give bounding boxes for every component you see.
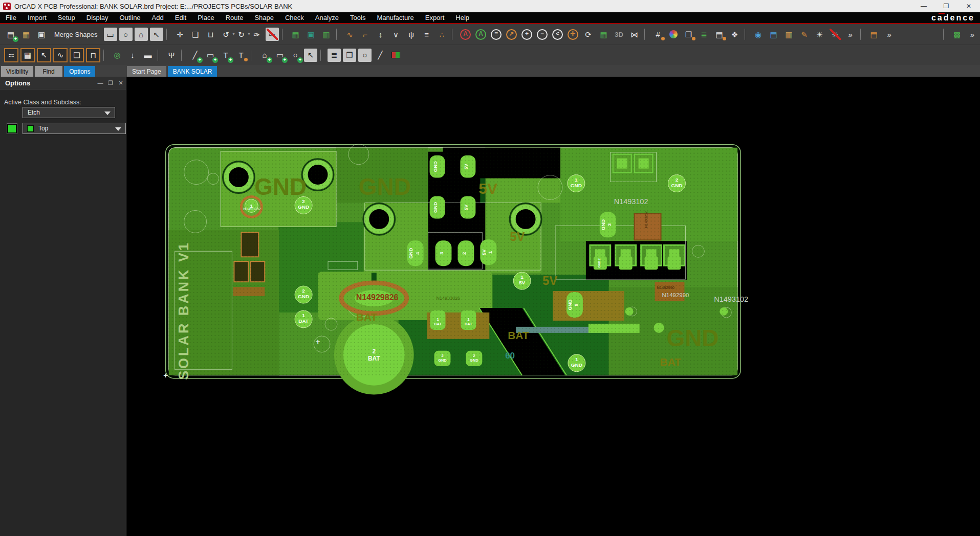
assign-color-red-icon[interactable]: A: [459, 28, 472, 41]
save-icon[interactable]: ▣: [35, 28, 48, 41]
add-rect-icon[interactable]: ▭+: [204, 49, 217, 62]
menu-item-check[interactable]: Check: [279, 12, 310, 23]
close-button[interactable]: ✕: [957, 0, 980, 12]
new-file-icon[interactable]: ▤+: [4, 28, 17, 41]
datasheet-icon[interactable]: ▤: [767, 28, 780, 41]
shape-select-button[interactable]: ↖: [150, 28, 163, 41]
menu-item-shape[interactable]: Shape: [249, 12, 279, 23]
menu-item-edit[interactable]: Edit: [169, 12, 192, 23]
shape-polygon-add-icon[interactable]: ⌂+: [258, 49, 271, 62]
export-data-icon[interactable]: ▤: [867, 28, 881, 41]
menu-item-file[interactable]: File: [0, 12, 22, 23]
measure-ruler-icon[interactable]: ▬: [141, 49, 155, 62]
general-edit-button[interactable]: ↖: [37, 48, 51, 62]
menu-item-import[interactable]: Import: [22, 12, 52, 23]
minimize-button[interactable]: —: [912, 0, 935, 12]
assign-color-green-icon[interactable]: A: [474, 28, 488, 41]
add-connect-icon[interactable]: ∿: [343, 28, 357, 41]
slide-icon[interactable]: ∨: [389, 28, 403, 41]
panel-float-button[interactable]: ❐: [105, 78, 116, 88]
shape-select2-button[interactable]: ↖: [304, 49, 317, 62]
board-view-icon[interactable]: ▦: [597, 28, 611, 41]
zoom-in-icon[interactable]: +: [520, 28, 534, 41]
tab-bank-solar[interactable]: BANK SOLAR: [168, 66, 217, 77]
pcb-board[interactable]: GNDGNDGND5V5V5VBATBATBAT601GND2GND2GND2G…: [127, 77, 980, 536]
layer-flag-icon[interactable]: [389, 49, 402, 62]
pin-icon[interactable]: ✑: [250, 28, 264, 41]
shape-circle-button[interactable]: ○: [119, 28, 133, 41]
view-3d-button[interactable]: 3D: [613, 28, 626, 41]
delete-icon[interactable]: ⊔: [204, 28, 217, 41]
color-dialog-icon[interactable]: [667, 28, 680, 41]
menu-item-analyze[interactable]: Analyze: [310, 12, 344, 23]
shape-merge-button[interactable]: ≣: [328, 49, 341, 62]
copy-icon[interactable]: ❏: [189, 28, 202, 41]
pin-off-button[interactable]: ✑: [266, 28, 279, 41]
add-line-icon[interactable]: ╱+: [188, 49, 202, 62]
tab-options[interactable]: Options: [64, 66, 95, 77]
menu-item-tools[interactable]: Tools: [344, 12, 371, 23]
dimension-icon[interactable]: ▥: [782, 28, 796, 41]
highlight-zoom-icon[interactable]: ◎: [111, 49, 124, 62]
status-report-icon[interactable]: ▤: [713, 28, 726, 41]
flow-edit-button[interactable]: ∿: [53, 48, 68, 62]
place-connector-icon[interactable]: ▥: [320, 28, 333, 41]
pdf-export-icon[interactable]: ▩: [950, 28, 964, 41]
smooth-route-icon[interactable]: ψ: [405, 28, 418, 41]
menu-item-display[interactable]: Display: [81, 12, 114, 23]
overflow-chevron-2[interactable]: »: [883, 28, 896, 41]
menu-item-setup[interactable]: Setup: [52, 12, 81, 23]
zoom-out-icon[interactable]: −: [536, 28, 549, 41]
subclass-dropdown[interactable]: Top: [23, 123, 126, 134]
overflow-chevron-1[interactable]: »: [844, 28, 857, 41]
brightness-icon[interactable]: ☀: [813, 28, 826, 41]
move-icon[interactable]: ✛: [173, 28, 187, 41]
menu-item-manufacture[interactable]: Manufacture: [371, 12, 419, 23]
zoom-previous-icon[interactable]: <: [551, 28, 564, 41]
menu-item-export[interactable]: Export: [420, 12, 450, 23]
place-component-icon[interactable]: ▦: [289, 28, 302, 41]
shape-rect-button[interactable]: ▭: [104, 28, 117, 41]
route-elbow-icon[interactable]: ⌐: [359, 28, 372, 41]
undo-icon[interactable]: ↺▾: [220, 28, 233, 41]
menu-item-outline[interactable]: Outline: [114, 12, 146, 23]
place-die-icon[interactable]: ▣: [304, 28, 318, 41]
shape-rect-add-icon[interactable]: ▭+: [273, 49, 287, 62]
shape-circle-add-icon[interactable]: ○+: [289, 49, 302, 62]
open-file-icon[interactable]: ▦: [19, 28, 33, 41]
layer-priority-icon[interactable]: ≣: [698, 28, 711, 41]
redo-icon[interactable]: ↻▾: [235, 28, 248, 41]
shadow-mode-icon[interactable]: ❒: [682, 28, 695, 41]
artwork-pen-icon[interactable]: ✎: [798, 28, 811, 41]
menu-item-add[interactable]: Add: [146, 12, 169, 23]
property-list-icon[interactable]: ≡: [490, 28, 503, 41]
tab-start-page[interactable]: Start Page: [127, 66, 166, 77]
application-mode-button[interactable]: ▦: [20, 48, 35, 62]
design-canvas[interactable]: GNDGNDGND5V5V5VBATBATBAT601GND2GND2GND2G…: [127, 77, 980, 536]
grid-toggle-icon[interactable]: #: [651, 28, 665, 41]
align-objects-icon[interactable]: ↓: [126, 49, 139, 62]
delay-tune-icon[interactable]: ≡: [420, 28, 433, 41]
class-dropdown[interactable]: Etch: [23, 107, 115, 118]
design-params-button[interactable]: ≍: [4, 48, 18, 62]
dim-board-icon[interactable]: ☀: [829, 28, 842, 41]
panel-minimize-button[interactable]: —: [95, 78, 105, 88]
shape-window-button[interactable]: ❒: [343, 49, 356, 62]
pan-icon[interactable]: ↗: [505, 28, 518, 41]
design-setup-icon[interactable]: ❖: [728, 28, 742, 41]
panel-close-button[interactable]: ✕: [116, 78, 126, 88]
redraw-icon[interactable]: ⟳: [582, 28, 595, 41]
zoom-fit-icon[interactable]: ✛: [567, 28, 580, 41]
shape-slash-icon[interactable]: ╱: [374, 49, 387, 62]
tab-visibility[interactable]: Visibility: [1, 66, 33, 77]
snap-pick-button[interactable]: ❏: [70, 48, 84, 62]
edit-text-icon[interactable]: T: [234, 49, 248, 62]
tab-find[interactable]: Find: [35, 66, 62, 77]
menu-item-route[interactable]: Route: [220, 12, 249, 23]
rats-net-icon[interactable]: Ψ: [165, 49, 178, 62]
hug-outline-button[interactable]: ⊓: [86, 48, 100, 62]
merge-shapes-label[interactable]: Merge Shapes: [49, 31, 103, 38]
overflow-chevron-3[interactable]: »: [966, 28, 979, 41]
spacing-icon[interactable]: ↕: [374, 28, 387, 41]
shape-circle2-button[interactable]: ○: [358, 49, 372, 62]
